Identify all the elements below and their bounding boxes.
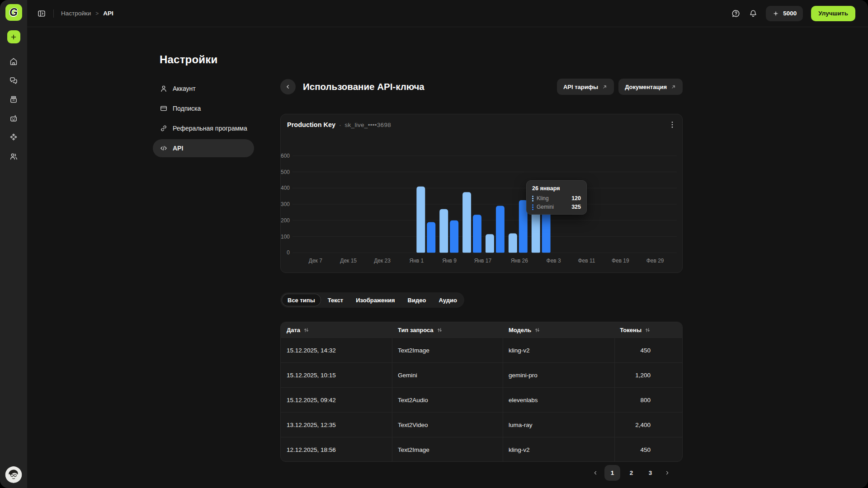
chats-icon[interactable] (9, 76, 18, 85)
bar[interactable] (486, 234, 494, 253)
tooltip-date: 26 января (532, 185, 581, 192)
upgrade-button[interactable]: Улучшить (811, 6, 855, 21)
new-chat-button[interactable] (7, 30, 20, 43)
y-axis-tick: 600 (281, 153, 290, 159)
column-header-4[interactable]: Токены (614, 327, 682, 333)
column-divider (392, 338, 392, 461)
column-header-3[interactable]: Модель (503, 327, 614, 333)
rail-nav (9, 57, 18, 161)
help-icon[interactable] (731, 9, 741, 18)
bar[interactable] (416, 187, 425, 253)
table-cell: kling-v2 (503, 446, 614, 453)
tooltip-row: Kling120 (532, 195, 581, 202)
card-icon (160, 104, 168, 113)
bar[interactable] (496, 206, 505, 253)
topbar-divider (53, 9, 54, 18)
x-axis-tick: Фев 19 (612, 258, 629, 264)
credits-amount: 5000 (783, 10, 797, 17)
column-divider (503, 338, 503, 461)
x-axis-tick: Фев 11 (578, 258, 595, 264)
x-axis-tick: Янв 1 (410, 258, 424, 264)
bar[interactable] (427, 222, 435, 253)
filter-tab-4[interactable]: Видео (402, 294, 432, 306)
app-logo[interactable]: G (5, 4, 22, 21)
y-axis-tick: 500 (281, 169, 290, 175)
notifications-bell-icon[interactable] (749, 9, 758, 18)
pagination-page-2[interactable]: 2 (623, 465, 639, 481)
y-axis-tick: 0 (287, 249, 290, 256)
pagination-page-1[interactable]: 1 (604, 465, 620, 481)
bar[interactable] (509, 233, 517, 253)
page-title: Использование API-ключа (303, 81, 425, 92)
table-cell: kling-v2 (503, 347, 614, 354)
apps-icon[interactable] (9, 133, 18, 142)
filter-tab-3[interactable]: Изображения (350, 294, 401, 306)
table-cell: Text2Image (392, 347, 503, 354)
back-button[interactable] (280, 79, 296, 94)
left-rail: G (0, 0, 27, 488)
series-value: 120 (571, 195, 581, 202)
series-marker-icon (532, 196, 533, 202)
filter-tab-2[interactable]: Текст (322, 294, 349, 306)
table-cell: 450 (614, 347, 682, 354)
api-pricing-button[interactable]: API тарифы (557, 79, 614, 95)
table-cell: Text2Image (392, 446, 503, 453)
table-cell: 13.12.2025, 12:35 (281, 422, 392, 428)
api-key-usage-card: Production Key · sk_live_••••3698 010020… (280, 114, 683, 273)
table-cell: Gemini (392, 372, 503, 379)
bar[interactable] (450, 221, 458, 253)
pagination-next-button[interactable] (661, 465, 673, 481)
table-cell: Text2Audio (392, 397, 503, 404)
table-cell: 2,400 (614, 422, 682, 428)
sidebar-toggle-icon[interactable] (37, 9, 46, 18)
bar[interactable] (473, 215, 481, 253)
plus-icon (10, 33, 17, 41)
request-type-filter: Все типыТекстИзображенияВидеоАудио (280, 292, 464, 308)
table-cell: gemini-pro (503, 372, 614, 379)
table-row: 12.12.2025, 18:56Text2Imagekling-v2450 (281, 437, 682, 462)
settings-nav-item-1[interactable]: Аккаунт (153, 80, 254, 98)
chevron-left-icon (284, 83, 292, 90)
settings-nav-item-3[interactable]: Реферальная программа (153, 119, 254, 137)
filter-tab-5[interactable]: Аудио (433, 294, 462, 306)
table-row: 15.12.2025, 10:15Geminigemini-pro1,200 (281, 362, 682, 387)
breadcrumb-settings[interactable]: Настройки (61, 10, 91, 17)
bar[interactable] (439, 209, 448, 253)
x-axis-tick: Фев 29 (646, 258, 664, 264)
home-icon[interactable] (9, 57, 18, 66)
series-value: 325 (571, 204, 581, 210)
usage-table: ДатаТип запросаМодельТокены 15.12.2025, … (280, 322, 683, 462)
table-row: 15.12.2025, 14:32Text2Imagekling-v2450 (281, 338, 682, 362)
column-header-1[interactable]: Дата (281, 327, 392, 333)
users-icon[interactable] (9, 152, 18, 161)
table-cell: 12.12.2025, 18:56 (281, 446, 392, 453)
filter-tab-1[interactable]: Все типы (282, 294, 321, 306)
credits-balance[interactable]: 5000 (766, 6, 803, 21)
pagination-prev-button[interactable] (590, 465, 601, 481)
bar[interactable] (462, 192, 471, 253)
usage-bar-chart[interactable]: 0100200300400500600Дек 7Дек 15Дек 23Янв … (281, 114, 682, 273)
table-cell: 800 (614, 397, 682, 404)
settings-nav-item-2[interactable]: Подписка (153, 99, 254, 117)
tooltip-row: Gemini325 (532, 204, 581, 210)
bot-icon[interactable] (9, 114, 18, 123)
x-axis-tick: Дек 23 (374, 258, 391, 264)
user-avatar[interactable] (5, 466, 22, 483)
documentation-button[interactable]: Документация (618, 79, 683, 95)
projects-icon[interactable] (9, 95, 18, 104)
breadcrumb-current: API (103, 10, 113, 17)
sort-icon (303, 327, 309, 333)
table-cell: 15.12.2025, 14:32 (281, 347, 392, 354)
topbar-right: 5000 Улучшить (731, 6, 855, 21)
table-cell: 1,200 (614, 372, 682, 379)
x-axis-tick: Дек 7 (309, 258, 322, 264)
settings-menu: АккаунтПодпискаРеферальная программаAPI (153, 80, 254, 157)
table-cell: 15.12.2025, 09:42 (281, 397, 392, 404)
pagination: 123 (590, 465, 673, 481)
pagination-page-3[interactable]: 3 (642, 465, 658, 481)
column-header-2[interactable]: Тип запроса (392, 327, 503, 333)
column-divider (614, 338, 615, 461)
settings-nav-item-4[interactable]: API (153, 139, 254, 157)
table-cell: luma-ray (503, 422, 614, 428)
table-cell: Text2Video (392, 422, 503, 428)
